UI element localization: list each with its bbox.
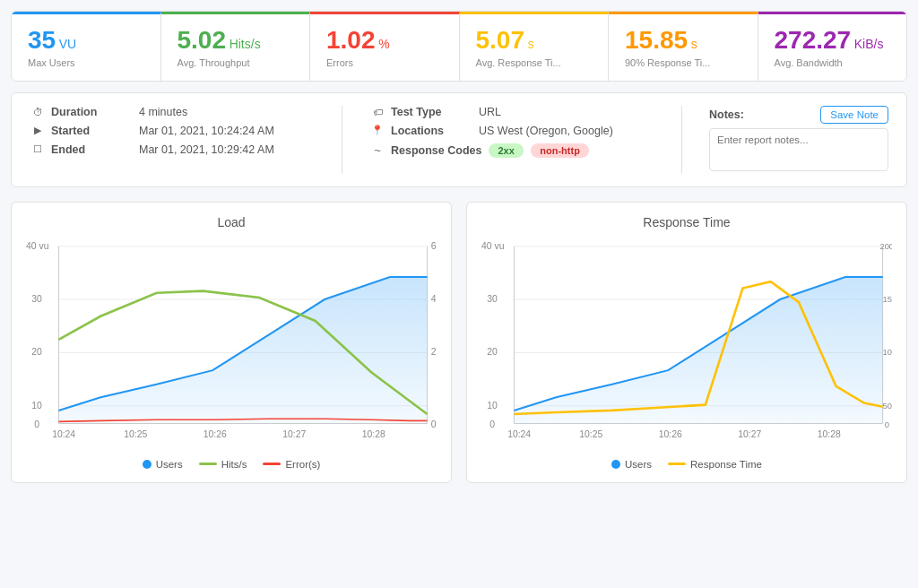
stat-value: 1.02 % <box>326 27 443 55</box>
info-test-type: 🏷 Test Type URL <box>369 106 654 118</box>
test-type-label: Test Type <box>391 106 472 118</box>
badge-2xx: 2xx <box>489 143 523 158</box>
rt-x-label-1028: 10:28 <box>818 429 841 439</box>
rt-y-right-10000: 10000 <box>883 348 892 357</box>
ended-label: Ended <box>51 143 132 156</box>
started-value: Mar 01, 2021, 10:24:24 AM <box>139 125 274 137</box>
dashboard: 35 VU Max Users 5.02 Hits/s Avg. Through… <box>0 0 918 494</box>
locations-label: Locations <box>391 125 472 137</box>
legend-hits-label: Hits/s <box>221 459 247 470</box>
legend-errors-line <box>263 463 281 465</box>
wave-icon: ~ <box>369 143 385 157</box>
info-col-left: ⏱ Duration 4 minutes ▶ Started Mar 01, 2… <box>30 106 315 156</box>
response-chart-title: Response Time <box>481 215 892 229</box>
y-right-label-6: 6 <box>431 241 437 251</box>
y-label-40vu: 40 vu <box>26 241 49 251</box>
stat-label: Errors <box>326 57 443 68</box>
legend-hits-line <box>199 463 217 465</box>
stat-value: 5.02 Hits/s <box>178 27 294 55</box>
info-duration: ⏱ Duration 4 minutes <box>30 106 315 118</box>
rt-y-label-20vu: 20 <box>487 347 498 357</box>
location-icon: 📍 <box>369 125 385 136</box>
load-chart-area: 40 vu 30 20 10 0 6 4 2 0 <box>26 237 437 452</box>
rt-legend-users: Users <box>611 459 652 470</box>
tag-icon: 🏷 <box>369 107 385 117</box>
notes-header: Notes: Save Note <box>709 106 888 124</box>
stat-card-avg-response: 5.07 s Avg. Response Ti... <box>460 12 610 81</box>
clock-icon: ⏱ <box>30 107 46 117</box>
info-ended: ☐ Ended Mar 01, 2021, 10:29:42 AM <box>30 143 315 156</box>
response-codes-value: 2xx non-http <box>489 143 593 158</box>
save-note-button[interactable]: Save Note <box>820 106 888 124</box>
x-label-1027: 10:27 <box>282 429 306 439</box>
stat-label: Avg. Throughput <box>178 57 294 68</box>
started-label: Started <box>51 125 132 137</box>
rt-y-right-20000: 20000 ms <box>879 242 892 251</box>
rt-y-label-10vu: 10 <box>487 401 498 411</box>
y-label-0vu: 0 <box>34 419 39 428</box>
divider-1 <box>342 106 342 174</box>
info-row: ⏱ Duration 4 minutes ▶ Started Mar 01, 2… <box>11 92 907 187</box>
legend-errors-label: Error(s) <box>285 459 320 470</box>
badge-non-http: non-http <box>531 143 589 158</box>
ended-value: Mar 01, 2021, 10:29:42 AM <box>139 143 274 156</box>
response-chart-area: 40 vu 30 20 10 0 20000 ms 15000 10000 50… <box>481 237 892 452</box>
load-chart-card: Load 40 vu 30 20 10 <box>11 202 452 483</box>
stat-value: 35 VU <box>28 27 144 55</box>
stat-card-max-users: 35 VU Max Users <box>12 12 161 81</box>
notes-col: Notes: Save Note <box>709 106 888 174</box>
stat-card-throughput: 5.02 Hits/s Avg. Throughput <box>161 12 311 81</box>
rt-legend-response-line <box>668 463 686 465</box>
rt-y-right-15000: 15000 <box>883 295 892 304</box>
test-type-value: URL <box>479 106 501 118</box>
stat-card-errors: 1.02 % Errors <box>310 12 460 81</box>
response-chart-legend: Users Response Time <box>481 459 892 470</box>
info-response-codes: ~ Response Codes 2xx non-http <box>369 143 654 158</box>
y-right-label-0: 0 <box>431 419 437 428</box>
charts-row: Load 40 vu 30 20 10 <box>11 202 907 483</box>
load-chart-title: Load <box>26 215 437 229</box>
duration-label: Duration <box>51 106 132 118</box>
info-locations: 📍 Locations US West (Oregon, Google) <box>369 125 654 137</box>
stat-value: 15.85 s <box>625 27 741 55</box>
notes-input[interactable] <box>709 128 888 171</box>
stat-value: 5.07 s <box>476 27 593 55</box>
stat-label: Avg. Response Ti... <box>476 57 593 68</box>
y-label-10vu: 10 <box>31 401 42 411</box>
response-codes-label: Response Codes <box>391 144 481 157</box>
load-chart-legend: Users Hits/s Error(s) <box>26 459 437 470</box>
x-label-1026: 10:26 <box>204 429 227 439</box>
rt-y-label-30vu: 30 <box>487 294 498 304</box>
legend-users: Users <box>143 459 183 470</box>
rt-legend-response-label: Response Time <box>690 459 762 470</box>
response-chart-svg: 40 vu 30 20 10 0 20000 ms 15000 10000 50… <box>481 237 892 452</box>
info-started: ▶ Started Mar 01, 2021, 10:24:24 AM <box>30 125 315 137</box>
play-icon: ▶ <box>30 125 46 136</box>
y-label-30vu: 30 <box>31 294 42 304</box>
y-right-label-2: 2 <box>431 347 437 357</box>
rt-x-label-1026: 10:26 <box>659 429 682 439</box>
stat-label: Max Users <box>28 57 144 68</box>
locations-value: US West (Oregon, Google) <box>479 125 613 137</box>
rt-legend-response: Response Time <box>668 459 762 470</box>
rt-x-label-1025: 10:25 <box>579 429 602 439</box>
rt-x-label-1024: 10:24 <box>507 429 531 439</box>
response-chart-card: Response Time 40 vu 30 20 <box>466 202 907 483</box>
rt-legend-users-dot <box>611 460 620 469</box>
rt-legend-users-label: Users <box>625 459 652 470</box>
rt-y-right-5000: 5000 <box>883 402 892 411</box>
divider-2 <box>681 106 682 174</box>
info-col-right: 🏷 Test Type URL 📍 Locations US West (Ore… <box>369 106 654 158</box>
stat-value: 272.27 KiB/s <box>775 27 891 55</box>
stop-icon: ☐ <box>30 143 46 155</box>
stat-card-bandwidth: 272.27 KiB/s Avg. Bandwidth <box>758 12 907 81</box>
rt-y-label-40vu: 40 vu <box>481 241 505 251</box>
load-chart-svg: 40 vu 30 20 10 0 6 4 2 0 <box>26 237 437 452</box>
notes-label-text: Notes: <box>709 108 744 121</box>
rt-y-right-0ms: 0 ms <box>885 419 892 428</box>
stats-row: 35 VU Max Users 5.02 Hits/s Avg. Through… <box>11 11 907 82</box>
y-label-20vu: 20 <box>31 347 42 357</box>
stat-label: 90% Response Ti... <box>625 57 741 68</box>
legend-users-dot <box>143 460 152 469</box>
legend-users-label: Users <box>156 459 183 470</box>
